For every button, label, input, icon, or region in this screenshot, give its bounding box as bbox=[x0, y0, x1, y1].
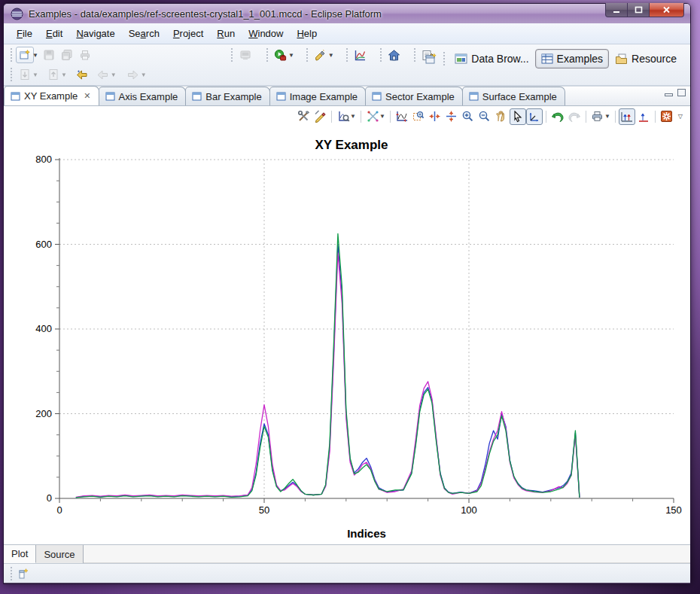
run-dropdown[interactable]: ▼ bbox=[288, 52, 294, 59]
zoom-in-icon[interactable] bbox=[460, 108, 476, 125]
editor-tab-sector-example[interactable]: Sector Example bbox=[365, 87, 463, 105]
menu-item-window[interactable]: Window bbox=[242, 26, 290, 41]
menu-item-help[interactable]: Help bbox=[290, 26, 324, 41]
trim-grip[interactable] bbox=[9, 567, 14, 580]
toolbar-grip[interactable] bbox=[9, 48, 14, 62]
editor-tab-label: Bar Example bbox=[205, 91, 261, 102]
back-dropdown[interactable]: ▼ bbox=[111, 72, 117, 78]
title-bar[interactable]: Examples - data/examples/ref-screentest-… bbox=[4, 4, 690, 23]
configure-settings-icon[interactable] bbox=[295, 108, 312, 125]
palette-icon[interactable] bbox=[659, 108, 675, 125]
new-wizard-icon[interactable] bbox=[16, 47, 34, 63]
previous-annotation-icon[interactable] bbox=[44, 66, 62, 83]
eclipse-window: Examples - data/examples/ref-screentest-… bbox=[3, 3, 691, 584]
chart-view-icon[interactable] bbox=[352, 47, 370, 63]
run-external-tools-icon[interactable] bbox=[272, 47, 290, 63]
menu-item-navigate[interactable]: Navigate bbox=[69, 26, 121, 41]
tab-close-icon[interactable]: ✕ bbox=[84, 91, 90, 101]
plot-type-icon[interactable] bbox=[335, 108, 352, 125]
examples-perspective-icon bbox=[541, 53, 553, 64]
editor-tab-label: Image Example bbox=[290, 91, 358, 102]
series-green bbox=[76, 233, 580, 498]
toolbar-grip[interactable] bbox=[412, 48, 417, 62]
editor-tab-label: Sector Example bbox=[385, 91, 455, 102]
chart-toolbar: ▼ ▼ bbox=[4, 106, 690, 126]
perspective-label: Examples bbox=[557, 53, 603, 65]
editor-tab-icon bbox=[11, 92, 20, 101]
console-icon[interactable] bbox=[236, 47, 254, 63]
rescale-single-axis-icon[interactable] bbox=[635, 108, 652, 125]
redo-icon[interactable] bbox=[566, 108, 583, 125]
toolbar-grip[interactable] bbox=[230, 48, 234, 62]
search-dropdown[interactable]: ▼ bbox=[328, 52, 334, 59]
zoom-out-icon[interactable] bbox=[476, 108, 493, 125]
zoom-rectangle-icon[interactable] bbox=[410, 108, 427, 125]
print-dropdown[interactable]: ▼ bbox=[604, 113, 610, 120]
search-flashlight-icon[interactable] bbox=[312, 47, 330, 63]
print-chart-icon[interactable] bbox=[589, 108, 606, 125]
autoscale-icon[interactable] bbox=[394, 108, 410, 125]
editor-tab-surface-example[interactable]: Surface Example bbox=[462, 87, 565, 105]
menu-item-edit[interactable]: Edit bbox=[39, 26, 69, 41]
editor-tab-label: Axis Example bbox=[119, 91, 178, 102]
data-browsing-perspective-icon bbox=[455, 53, 467, 65]
forward-dropdown[interactable]: ▼ bbox=[141, 72, 147, 78]
menu-item-search[interactable]: Search bbox=[122, 26, 166, 41]
plot-type-dropdown[interactable]: ▼ bbox=[350, 113, 356, 120]
remove-region-icon[interactable] bbox=[364, 108, 381, 125]
perspective-data-browsing[interactable]: Data Brow... bbox=[449, 49, 534, 69]
menu-bar: FileEditNavigateSearchProjectRunWindowHe… bbox=[4, 23, 690, 44]
pan-hand-icon[interactable] bbox=[493, 108, 510, 125]
editor-tab-bar-example[interactable]: Bar Example bbox=[185, 87, 269, 105]
remove-region-dropdown[interactable]: ▼ bbox=[379, 113, 385, 120]
new-wizard-dropdown[interactable]: ▼ bbox=[32, 52, 38, 59]
perspective-bar: Data Brow... Examples Resource bbox=[422, 49, 683, 69]
maximize-view-icon[interactable] bbox=[677, 89, 686, 96]
editor-tab-axis-example[interactable]: Axis Example bbox=[99, 87, 187, 105]
back-icon[interactable] bbox=[94, 66, 112, 83]
next-annotation-dropdown[interactable]: ▼ bbox=[32, 72, 38, 78]
tab-source[interactable]: Source bbox=[36, 545, 83, 563]
toolbar-grip[interactable] bbox=[305, 48, 309, 62]
tab-plot[interactable]: Plot bbox=[4, 545, 36, 563]
home-icon[interactable] bbox=[385, 47, 403, 63]
forward-icon[interactable] bbox=[124, 66, 142, 83]
rescale-both-axes-icon[interactable] bbox=[619, 108, 635, 125]
axis-zoom-icon[interactable] bbox=[526, 108, 543, 125]
zoom-horizontal-icon[interactable] bbox=[427, 108, 443, 125]
previous-annotation-dropdown[interactable]: ▼ bbox=[61, 72, 67, 78]
maximize-button[interactable] bbox=[628, 3, 650, 17]
menu-item-project[interactable]: Project bbox=[166, 26, 210, 41]
minimize-button[interactable] bbox=[605, 3, 628, 17]
xy-chart[interactable]: 0501001500200400600800XY ExampleIndices bbox=[4, 126, 690, 544]
perspective-resource[interactable]: Resource bbox=[609, 49, 683, 69]
toolbar-grip[interactable] bbox=[379, 48, 383, 62]
toolbar-grip[interactable] bbox=[9, 68, 14, 81]
next-annotation-icon[interactable] bbox=[16, 66, 34, 83]
tab-plot-label: Plot bbox=[11, 548, 28, 559]
toolbar-grip[interactable] bbox=[345, 48, 349, 62]
editor-tab-xy-example[interactable]: XY Example✕ bbox=[4, 86, 99, 105]
editor-tab-icon bbox=[276, 92, 286, 101]
configure-annotations-icon[interactable] bbox=[312, 108, 328, 125]
editor-tab-icon bbox=[469, 92, 479, 101]
perspective-grip[interactable] bbox=[442, 52, 446, 65]
menu-item-file[interactable]: File bbox=[10, 26, 39, 41]
pointer-icon[interactable] bbox=[510, 108, 526, 125]
minimize-view-icon[interactable] bbox=[665, 93, 673, 96]
save-all-icon[interactable] bbox=[58, 47, 76, 63]
open-perspective-icon[interactable] bbox=[422, 50, 440, 67]
print-icon[interactable] bbox=[76, 47, 94, 63]
zoom-vertical-icon[interactable] bbox=[443, 108, 460, 125]
close-button[interactable] bbox=[650, 3, 684, 17]
toolbar-grip[interactable] bbox=[265, 48, 269, 62]
editor-area: XY Example✕Axis ExampleBar ExampleImage … bbox=[4, 86, 690, 544]
editor-tab-image-example[interactable]: Image Example bbox=[269, 87, 366, 105]
fast-view-icon[interactable] bbox=[16, 566, 31, 581]
undo-icon[interactable] bbox=[549, 108, 566, 125]
perspective-examples[interactable]: Examples bbox=[535, 49, 609, 69]
menu-item-run[interactable]: Run bbox=[210, 26, 242, 41]
last-edit-location-icon[interactable] bbox=[73, 66, 91, 83]
view-menu-chevron-icon[interactable]: ▽ bbox=[678, 113, 683, 120]
save-icon[interactable] bbox=[40, 47, 58, 63]
